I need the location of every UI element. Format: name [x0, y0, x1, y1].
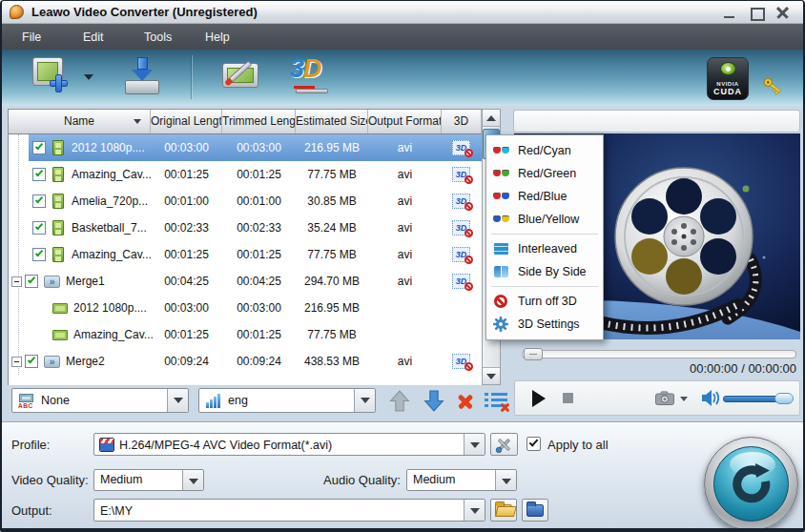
scroll-down-button[interactable] [483, 367, 500, 384]
maximize-button[interactable] [746, 6, 767, 20]
clear-list-button[interactable] [485, 391, 508, 411]
volume-slider-thumb[interactable] [774, 393, 794, 404]
3d-off-icon [464, 256, 473, 264]
context-menu-item-red-blue[interactable]: Red/Blue [486, 185, 603, 208]
collapse-expander[interactable] [11, 276, 22, 287]
3d-movie-icon: 3D [290, 54, 321, 84]
menu-tools[interactable]: Tools [124, 31, 185, 44]
play-button[interactable] [532, 390, 546, 407]
row-checkbox[interactable] [32, 194, 46, 208]
tools-icon [495, 436, 513, 454]
download-video-button[interactable] [122, 55, 164, 99]
cell-format: avi [368, 348, 442, 375]
scroll-up-button[interactable] [483, 110, 500, 127]
profile-settings-button[interactable] [490, 433, 518, 456]
convert-3d-button[interactable]: 3D [288, 55, 338, 99]
folder-icon [526, 504, 544, 517]
edit-video-button[interactable] [219, 55, 263, 99]
3d-status-icon[interactable]: 3D [452, 247, 470, 262]
table-row[interactable]: Merge2»00:09:2400:09:24438.53 MBavi3D [9, 348, 482, 375]
move-up-button[interactable] [389, 390, 410, 412]
column-header-original-length[interactable]: Original Length [151, 110, 222, 133]
remove-file-button[interactable] [456, 392, 475, 411]
folder-open-icon [495, 504, 512, 517]
context-menu-item-turn-off-3d[interactable]: Turn off 3D [486, 290, 603, 313]
3d-status-icon[interactable]: 3D [452, 274, 470, 289]
3d-status-icon[interactable]: 3D [452, 167, 470, 182]
video-file-icon [52, 167, 64, 182]
minimize-button[interactable] [719, 6, 740, 20]
table-row[interactable]: Merge1»00:04:2500:04:25294.70 MBavi3D [9, 268, 482, 295]
context-menu-item-side-by-side[interactable]: Side By Side [486, 260, 603, 283]
seek-slider[interactable] [522, 350, 796, 358]
table-row[interactable]: Amelia_720p...00:01:0000:01:0030.85 MBav… [9, 188, 482, 215]
cell-original: 00:01:25 [151, 321, 222, 348]
column-header-name[interactable]: Name [9, 110, 151, 133]
row-checkbox[interactable] [32, 248, 46, 261]
table-row[interactable]: Basketball_7...00:02:3300:02:3335.24 MBa… [9, 215, 482, 241]
table-row[interactable]: Amazing_Cav...00:01:2500:01:2577.75 MBav… [9, 241, 482, 268]
menu-file[interactable]: File [2, 31, 63, 44]
profile-select[interactable]: H.264/MPEG-4 AVC Video Format(*.avi) [93, 433, 485, 456]
video-quality-select[interactable]: Medium [93, 469, 204, 491]
3d-status-icon[interactable]: 3D [452, 220, 470, 235]
3d-status-icon[interactable]: 3D [452, 140, 470, 155]
profile-dropdown-arrow[interactable] [464, 434, 485, 455]
profile-value: H.264/MPEG-4 AVC Video Format(*.avi) [119, 434, 462, 457]
context-menu-item-3d-settings[interactable]: 3D Settings [486, 313, 603, 336]
video-quality-dropdown-arrow[interactable] [182, 470, 203, 490]
convert-button[interactable] [704, 437, 798, 531]
menu-item-label: 3D Settings [518, 317, 580, 331]
menu-edit[interactable]: Edit [63, 31, 124, 44]
subtitle-select[interactable]: ABC None [11, 388, 189, 413]
table-row[interactable]: 2012 1080p....00:03:0000:03:00216.95 MB [9, 295, 482, 321]
row-checkbox[interactable] [32, 141, 46, 154]
convert-icon [713, 446, 789, 522]
output-path-select[interactable]: E:\MY [93, 499, 485, 522]
row-checkbox[interactable] [25, 275, 38, 288]
apply-to-all-checkbox[interactable] [526, 437, 541, 451]
column-header-estimated-size[interactable]: Estimated Size [296, 110, 368, 133]
audio-quality-dropdown-arrow[interactable] [495, 470, 516, 490]
snapshot-dropdown-arrow[interactable] [680, 397, 688, 401]
column-header-output-format[interactable]: Output Format [368, 110, 442, 133]
cell-size: 438.53 MB [296, 348, 368, 375]
add-video-button[interactable] [32, 55, 76, 99]
row-checkbox[interactable] [32, 168, 46, 181]
output-dropdown-arrow[interactable] [464, 500, 485, 521]
context-menu-item-red-cyan[interactable]: Red/Cyan [486, 139, 603, 162]
3d-status-icon[interactable]: 3D [452, 354, 470, 369]
menu-item-label: Blue/Yellow [518, 213, 579, 226]
table-row[interactable]: Amazing_Cav...00:01:2500:01:2577.75 MBav… [9, 161, 482, 188]
subtitle-dropdown-arrow[interactable] [167, 389, 188, 412]
move-down-button[interactable] [423, 390, 444, 412]
close-button[interactable] [773, 6, 794, 20]
context-menu-item-interleaved[interactable]: Interleaved [486, 237, 603, 260]
speaker-icon[interactable] [702, 389, 719, 407]
column-header-3d[interactable]: 3D [442, 110, 482, 133]
open-folder-button[interactable] [522, 499, 548, 522]
context-menu-item-blue-yellow[interactable]: Blue/Yellow [486, 208, 603, 231]
column-header-trimmed-length[interactable]: Trimmed Length [222, 110, 296, 133]
seek-slider-thumb[interactable] [524, 348, 543, 360]
menu-help[interactable]: Help [185, 31, 246, 44]
browse-output-button[interactable] [490, 499, 517, 522]
table-row[interactable]: Amazing_Cav...00:01:2500:01:2577.75 MB [9, 321, 482, 348]
snapshot-camera-icon[interactable] [655, 391, 674, 405]
stop-button[interactable] [563, 393, 573, 403]
audio-quality-select[interactable]: Medium [406, 469, 517, 491]
audio-dropdown-arrow[interactable] [354, 389, 375, 412]
apply-to-all-label: Apply to all [547, 438, 609, 452]
context-menu-item-red-green[interactable]: Red/Green [486, 162, 603, 185]
register-key-icon[interactable] [761, 74, 784, 97]
add-video-dropdown-arrow[interactable] [84, 74, 93, 80]
audio-track-select[interactable]: eng [198, 388, 376, 413]
playback-time: 00:00:00 / 00:00:00 [593, 361, 796, 376]
3d-status-icon[interactable]: 3D [452, 194, 470, 209]
table-row[interactable]: 2012 1080p....00:03:0000:03:00216.95 MBa… [9, 134, 482, 161]
row-checkbox[interactable] [32, 221, 46, 235]
merge-file-icon: » [44, 356, 60, 368]
side-by-side-icon [493, 265, 510, 278]
row-checkbox[interactable] [25, 355, 38, 368]
collapse-expander[interactable] [11, 357, 22, 367]
